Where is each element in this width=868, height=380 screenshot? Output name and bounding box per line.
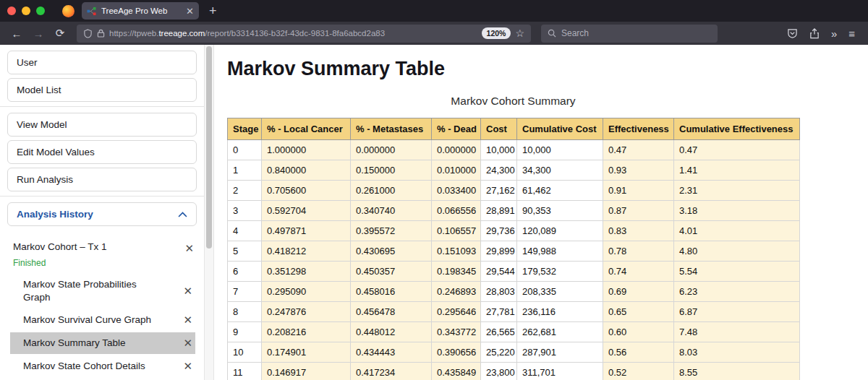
table-cell: 0.52 [603,363,674,380]
table-cell: 4 [228,221,262,241]
column-header: Cumulative Cost [517,118,603,140]
close-window-button[interactable] [7,7,16,15]
table-cell: 61,462 [517,181,603,201]
table-cell: 24,300 [481,160,517,181]
table-row: 01.0000000.0000000.00000010,00010,0000.4… [228,140,800,160]
table-cell: 0.295090 [262,282,351,302]
table-cell: 0.93 [603,160,674,181]
table-cell: 1 [228,160,262,181]
overflow-chevrons-icon[interactable]: » [831,27,837,40]
bookmark-star-icon[interactable]: ☆ [515,27,524,39]
table-cell: 28,803 [481,282,517,302]
tab-close-icon[interactable]: ✕ [186,6,194,17]
url-text: https://tpweb.treeage.com/report/b331413… [109,29,477,38]
history-item-survival-curve-graph[interactable]: Markov Survival Curve Graph ✕ [10,309,195,331]
table-cell: 0.434443 [351,342,432,363]
search-icon [548,29,556,38]
back-button[interactable]: ← [7,27,26,40]
table-row: 110.1469170.4172340.43584923,800311,7010… [228,363,800,380]
table-cell: 236,116 [517,302,603,322]
table-cell: 0.295646 [432,302,481,322]
history-root-label: Markov Cohort – Tx 1 [13,241,107,252]
reload-button[interactable]: ⟳ [51,27,69,40]
close-icon[interactable]: ✕ [179,241,194,256]
tab-bar: TreeAge Pro Web ✕ + [0,0,868,22]
table-cell: 208,335 [517,282,603,302]
address-bar[interactable]: https://tpweb.treeage.com/report/b331413… [77,25,531,43]
history-root-item[interactable]: Markov Cohort – Tx 1 ✕ [0,238,204,257]
search-bar[interactable]: Search [541,25,718,43]
table-cell: 5.54 [674,262,800,282]
table-cell: 0.198345 [432,262,481,282]
table-cell: 3 [228,201,262,221]
table-cell: 0.418212 [262,241,351,262]
new-tab-button[interactable]: + [209,4,217,19]
sidebar-item-run-analysis[interactable]: Run Analysis [7,168,197,191]
column-header: Cost [481,118,517,140]
table-cell: 0.066556 [432,201,481,221]
minimize-window-button[interactable] [22,7,30,15]
table-cell: 262,681 [517,322,603,342]
table-cell: 0.106557 [432,221,481,241]
table-cell: 0.000000 [432,140,481,160]
table-cell: 2 [228,181,262,201]
history-item-state-cohort-details[interactable]: Markov State Cohort Details ✕ [10,355,195,377]
sidebar-item-model-list[interactable]: Model List [7,78,197,102]
browser-tab[interactable]: TreeAge Pro Web ✕ [82,2,199,20]
table-cell: 0.91 [603,181,674,201]
sidebar-item-view-model[interactable]: View Model [7,113,197,137]
table-cell: 3.18 [674,201,800,221]
menu-icon[interactable]: ≡ [848,27,855,40]
profile-avatar-icon[interactable] [62,5,75,17]
maximize-window-button[interactable] [36,7,45,15]
table-cell: 4.80 [674,241,800,262]
toolbar-right-icons: » ≡ [787,27,861,40]
close-icon[interactable]: ✕ [177,284,192,298]
share-icon[interactable] [809,28,820,39]
table-cell: 0.261000 [351,181,432,201]
shield-icon[interactable] [83,29,93,38]
table-cell: 0.247876 [262,302,351,322]
url-path: /report/b3314136-b32f-43dc-9831-8fa6abcd… [205,29,385,38]
markov-summary-table: Stage% - Local Cancer% - Metastases% - D… [227,118,800,380]
close-icon[interactable]: ✕ [177,336,192,350]
chevron-up-icon [178,212,187,217]
column-header: Cumulative Effectiveness [674,118,800,140]
sidebar-scrollbar[interactable] [205,45,214,380]
history-item-label: Markov Survival Curve Graph [23,314,151,327]
scrollbar-thumb[interactable] [206,46,212,249]
table-cell: 0.430695 [351,241,432,262]
column-header: Stage [228,118,262,140]
lock-icon[interactable] [97,29,105,38]
page-title: Markov Summary Table [227,58,868,80]
table-cell: 0.435849 [432,363,481,380]
pocket-icon[interactable] [787,28,798,38]
table-cell: 287,901 [517,342,603,363]
table-cell: 4.01 [674,221,800,241]
zoom-level-badge[interactable]: 120% [482,27,511,39]
table-row: 10.8400000.1500000.01000024,30034,3000.9… [228,160,800,181]
url-domain: treeage.com [158,29,205,38]
table-cell: 0.83 [603,221,674,241]
table-cell: 149,988 [517,241,603,262]
close-icon[interactable]: ✕ [177,313,192,327]
sidebar-item-user[interactable]: User [7,51,197,74]
table-cell: 29,544 [481,262,517,282]
table-row: 30.5927040.3407400.06655628,89190,3530.8… [228,201,800,221]
sidebar-item-analysis-history[interactable]: Analysis History [7,202,197,226]
history-item-summary-table[interactable]: Markov Summary Table ✕ [10,332,195,354]
table-cell: 0.151093 [432,241,481,262]
forward-button[interactable]: → [29,27,48,40]
history-item-state-probabilities-graph[interactable]: Markov State Probabilities Graph ✕ [10,275,195,308]
table-cell: 0.78 [603,241,674,262]
close-icon[interactable]: ✕ [177,359,192,373]
history-item-label: Markov Summary Table [23,337,126,350]
treeage-favicon [87,7,96,16]
sidebar-item-edit-model-values[interactable]: Edit Model Values [7,140,197,164]
sidebar: User Model List View Model Edit Model Va… [0,45,205,380]
column-header: % - Local Cancer [262,118,351,140]
table-cell: 120,089 [517,221,603,241]
table-cell: 7 [228,282,262,302]
table-cell: 5 [228,241,262,262]
table-cell: 27,162 [481,181,517,201]
